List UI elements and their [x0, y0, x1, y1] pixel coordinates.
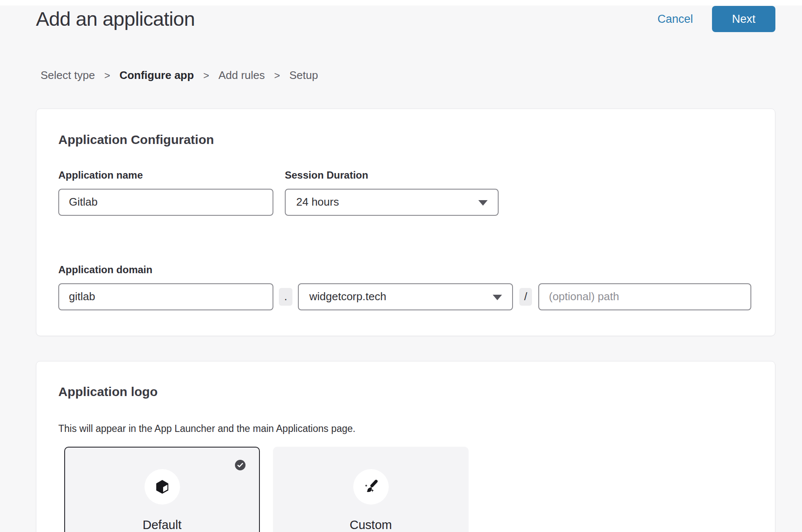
page-title: Add an application — [36, 6, 195, 31]
breadcrumb-item-select-type[interactable]: Select type — [41, 69, 95, 82]
subdomain-input[interactable] — [58, 283, 273, 310]
name-session-row: Application name Session Duration 24 hou… — [58, 169, 753, 216]
cancel-button[interactable]: Cancel — [657, 13, 693, 26]
application-name-label: Application name — [58, 169, 273, 182]
logo-description: This will appear in the App Launcher and… — [58, 422, 753, 435]
logo-option-default[interactable]: Default — [64, 447, 260, 532]
application-name-input[interactable] — [58, 189, 273, 216]
breadcrumb-separator: > — [274, 70, 280, 81]
breadcrumb-separator: > — [203, 70, 209, 81]
session-duration-label: Session Duration — [285, 169, 499, 182]
breadcrumb-item-configure-app[interactable]: Configure app — [120, 69, 194, 82]
application-configuration-card: Application Configuration Application na… — [36, 109, 775, 336]
custom-logo-circle — [353, 469, 389, 505]
breadcrumb: Select type > Configure app > Add rules … — [41, 69, 775, 82]
chevron-down-icon — [493, 295, 502, 300]
breadcrumb-separator: > — [104, 70, 110, 81]
chevron-down-icon — [478, 200, 488, 206]
breadcrumb-item-add-rules[interactable]: Add rules — [218, 69, 265, 82]
application-domain-label: Application domain — [58, 264, 753, 276]
session-duration-select[interactable]: 24 hours — [285, 189, 499, 216]
check-badge-icon — [235, 460, 246, 470]
logo-heading: Application logo — [58, 384, 753, 399]
paintbrush-icon — [363, 479, 379, 495]
slash-separator: / — [519, 288, 532, 306]
next-button[interactable]: Next — [712, 6, 775, 32]
top-strip — [0, 0, 802, 5]
configuration-heading: Application Configuration — [58, 132, 753, 147]
domain-select-value: widgetcorp.tech — [309, 290, 386, 303]
session-duration-value: 24 hours — [296, 195, 339, 209]
domain-select[interactable]: widgetcorp.tech — [298, 283, 513, 310]
application-logo-card: Application logo This will appear in the… — [36, 361, 775, 532]
application-name-field: Application name — [58, 169, 273, 216]
dot-separator: . — [279, 288, 292, 306]
default-tile-label: Default — [143, 518, 182, 532]
path-input[interactable] — [538, 283, 751, 310]
page-content: Add an application Cancel Next Select ty… — [0, 6, 802, 532]
breadcrumb-item-setup[interactable]: Setup — [289, 69, 318, 82]
cube-icon — [154, 479, 170, 495]
application-domain-row: . widgetcorp.tech / — [58, 283, 753, 310]
session-duration-field: Session Duration 24 hours — [285, 169, 499, 216]
header-actions: Cancel Next — [657, 6, 775, 32]
default-logo-circle — [145, 469, 180, 505]
custom-tile-label: Custom — [350, 518, 392, 532]
logo-options: Default Custom — [64, 447, 753, 532]
page-header: Add an application Cancel Next — [36, 6, 775, 32]
logo-option-custom[interactable]: Custom — [273, 447, 469, 532]
